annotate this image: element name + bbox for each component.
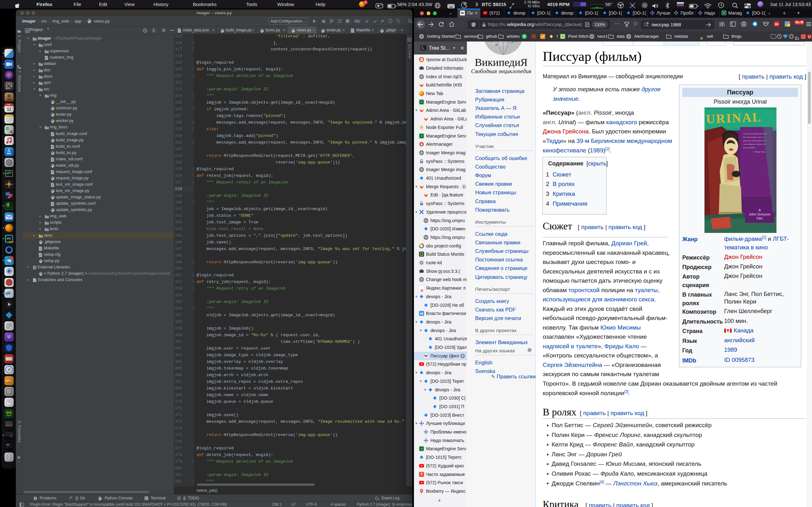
svg-text:and sensibility.: and sensibility.	[743, 147, 756, 149]
svg-text:7: 7	[511, 42, 513, 44]
svg-text:John Greyson: John Greyson	[749, 212, 770, 216]
svg-text:и: и	[495, 42, 497, 47]
svg-text:more ideas per minute. Wit: more ideas per minute. Wit	[743, 143, 766, 145]
svg-text:Film: Film	[757, 217, 763, 220]
svg-text:URINAL: URINAL	[706, 110, 762, 126]
svg-text:— Village Voice: — Village Voice	[752, 151, 766, 153]
svg-text:A loving, scandalously frisky: A loving, scandalously frisky	[743, 133, 767, 135]
svg-text:A: A	[759, 209, 761, 212]
svg-text:genuinely daring piece with: genuinely daring piece with	[743, 140, 766, 142]
svg-text:film. Provocative vision. A: film. Provocative vision. A	[743, 136, 765, 138]
